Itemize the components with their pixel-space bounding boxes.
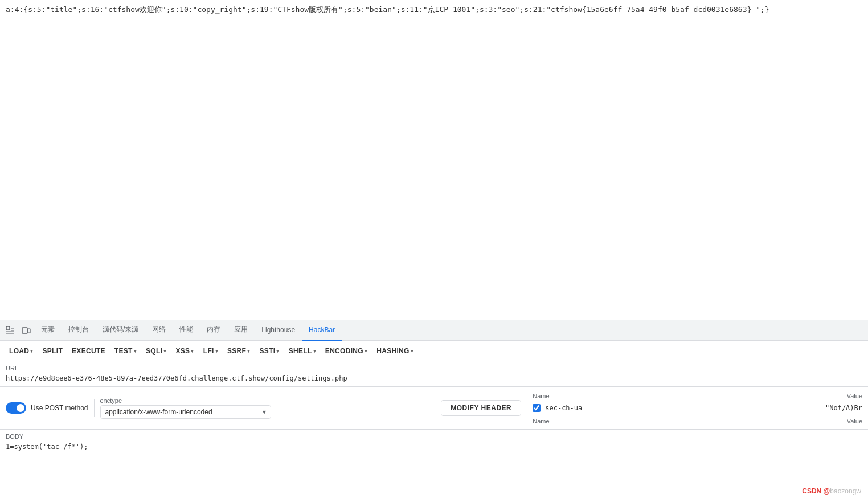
split-button[interactable]: SPLIT [38, 345, 68, 357]
hackbar-body-section: Body [0, 430, 868, 455]
url-label: URL [6, 365, 862, 372]
tab-console[interactable]: 控制台 [62, 320, 96, 341]
header-value-col-label: Value [847, 391, 862, 401]
enctype-area: enctype application/x-www-form-urlencode… [95, 395, 436, 421]
sqli-dropdown-arrow: ▾ [163, 348, 166, 354]
sqli-button[interactable]: SQLI ▾ [141, 345, 171, 357]
devtools-panel: 元素 控制台 源代码/来源 网络 性能 内存 应用 Lighthouse Hac… [0, 320, 868, 502]
hackbar-toolbar: LOAD ▾ SPLIT EXECUTE TEST ▾ SQLI ▾ XSS ▾… [0, 341, 868, 361]
tab-performance[interactable]: 性能 [173, 320, 200, 341]
tab-application[interactable]: 应用 [227, 320, 255, 341]
load-button[interactable]: LOAD ▾ [5, 345, 38, 357]
tab-hackbar[interactable]: HackBar [302, 320, 342, 341]
header-row-1: sec-ch-ua "Not/A)Br [533, 403, 862, 413]
watermark: CSDN @baozongw [802, 487, 861, 495]
post-toggle[interactable] [6, 402, 26, 414]
hashing-button[interactable]: HASHING ▾ [372, 345, 418, 357]
header-value-label-2: Value [847, 417, 862, 426]
load-dropdown-arrow: ▾ [30, 348, 33, 354]
svg-rect-1 [22, 328, 27, 333]
xss-dropdown-arrow: ▾ [191, 348, 194, 354]
body-input[interactable] [6, 443, 862, 451]
enctype-label: enctype [100, 397, 122, 404]
lfi-button[interactable]: LFI ▾ [199, 345, 223, 357]
test-button[interactable]: TEST ▾ [110, 345, 141, 357]
tab-sources[interactable]: 源代码/来源 [96, 320, 145, 341]
ssti-dropdown-arrow: ▾ [276, 348, 279, 354]
tab-network[interactable]: 网络 [145, 320, 173, 341]
page-response: a:4:{s:5:"title";s:16:"ctfshow欢迎你";s:10:… [6, 5, 862, 15]
header-row-1-name: sec-ch-ua [545, 404, 582, 412]
enctype-select[interactable]: application/x-www-form-urlencoded ▾ [100, 405, 271, 419]
modify-header-button[interactable]: MODIFY HEADER [441, 400, 521, 416]
ssti-button[interactable]: SSTI ▾ [255, 345, 284, 357]
execute-button[interactable]: EXECUTE [67, 345, 110, 357]
header-row-1-value: "Not/A)Br [825, 404, 862, 412]
header-labels-row: Name Value [533, 389, 862, 403]
body-label: Body [6, 433, 862, 440]
ssrf-dropdown-arrow: ▾ [247, 348, 250, 354]
post-enctype-row: Use POST method enctype application/x-ww… [0, 387, 868, 430]
tab-elements[interactable]: 元素 [34, 320, 62, 341]
enctype-row: application/x-www-form-urlencoded ▾ [100, 405, 430, 419]
hackbar-content: URL Use POST method enctype application/… [0, 361, 868, 502]
lfi-dropdown-arrow: ▾ [215, 348, 218, 354]
device-toggle-icon[interactable] [18, 323, 34, 338]
header-name-label-2: Name [533, 417, 549, 426]
tab-lighthouse[interactable]: Lighthouse [255, 320, 302, 341]
hashing-dropdown-arrow: ▾ [411, 348, 413, 354]
svg-rect-0 [6, 326, 10, 330]
tab-memory[interactable]: 内存 [200, 320, 227, 341]
svg-rect-2 [28, 329, 30, 333]
watermark-user: baozongw [830, 487, 861, 495]
url-input[interactable] [6, 374, 862, 382]
inspect-icon[interactable] [2, 323, 18, 338]
encoding-button[interactable]: ENCODING ▾ [321, 345, 372, 357]
header-right-panel: Name Value sec-ch-ua "Not/A)Br Name Valu… [527, 387, 868, 429]
enctype-value: application/x-www-form-urlencoded [105, 408, 263, 416]
shell-dropdown-arrow: ▾ [313, 348, 316, 354]
enctype-dropdown-arrow: ▾ [263, 408, 266, 416]
devtools-tab-bar: 元素 控制台 源代码/来源 网络 性能 内存 应用 Lighthouse Hac… [0, 320, 868, 341]
watermark-csdn: CSDN @ [802, 487, 830, 495]
ssrf-button[interactable]: SSRF ▾ [223, 345, 255, 357]
xss-button[interactable]: XSS ▾ [171, 345, 199, 357]
encoding-dropdown-arrow: ▾ [365, 348, 367, 354]
shell-button[interactable]: SHELL ▾ [284, 345, 321, 357]
header-name-col-label: Name [533, 391, 549, 401]
browser-content: a:4:{s:5:"title";s:16:"ctfshow欢迎你";s:10:… [0, 0, 868, 320]
hackbar-url-section: URL [0, 361, 868, 387]
modify-header-area: MODIFY HEADER [435, 397, 527, 419]
header-name-row-2: Name Value [533, 413, 862, 427]
header-row-1-checkbox[interactable] [533, 404, 541, 412]
toggle-slider [6, 402, 26, 414]
test-dropdown-arrow: ▾ [134, 348, 137, 354]
post-toggle-area: Use POST method [0, 399, 95, 417]
post-method-label: Use POST method [31, 404, 88, 412]
